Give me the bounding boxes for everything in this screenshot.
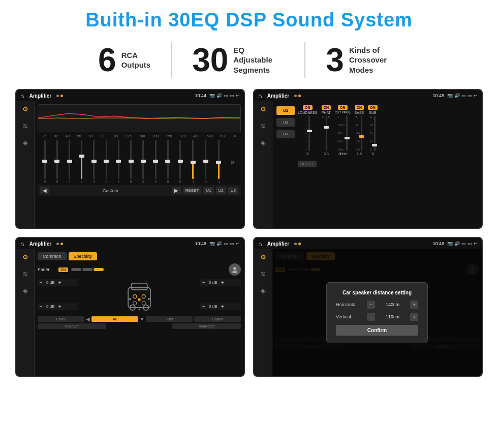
fader-slider-2[interactable] <box>82 268 92 271</box>
down-arrow: ▼ <box>140 316 145 322</box>
vertical-plus[interactable]: + <box>410 313 418 321</box>
svg-text:▲: ▲ <box>138 285 141 289</box>
slider-7: 0 <box>118 140 119 183</box>
all-btn active[interactable]: All <box>91 316 138 322</box>
horizontal-plus[interactable]: + <box>410 301 418 309</box>
slider-2: 0 <box>56 140 58 183</box>
crossover-screen-wrapper: ⌂ Amplifier 10:45 📷 🔊 ▭ ▭ ↩ <box>253 89 483 229</box>
svg-text:◀: ◀ <box>128 297 131 301</box>
fr-plus[interactable]: + <box>221 280 224 285</box>
more-sliders-arrow[interactable]: » <box>231 158 235 166</box>
eq-u2-btn[interactable]: U2 <box>216 187 226 194</box>
fa-eq-icon[interactable]: ⚙ <box>22 253 28 261</box>
phat-ticks2: F <box>328 115 330 151</box>
cutfreq-ticks: F 100Hz 90Hz 80Hz 60Hz <box>338 115 345 151</box>
da-wave-icon[interactable]: ≋ <box>260 270 266 278</box>
eq-prev-button[interactable]: ◀ <box>40 187 49 194</box>
eq-time: 10:44 <box>195 93 206 98</box>
svg-point-10 <box>133 295 137 298</box>
phat-col: ON PHAT G <box>322 105 331 156</box>
fa-speaker-icon[interactable]: ◈ <box>23 287 28 294</box>
fader-sliders <box>71 268 104 271</box>
eq-u3-btn[interactable]: U3 <box>228 187 238 194</box>
vertical-minus[interactable]: − <box>367 313 375 321</box>
freq-500: 500 <box>207 134 213 138</box>
copilot-btn[interactable]: Copilot <box>194 316 241 322</box>
fader-time: 10:46 <box>195 241 206 246</box>
svg-point-14 <box>138 298 140 301</box>
speaker-center: ▲ ▼ ◀ ▶ <box>82 279 196 314</box>
c-volume-icon: 🔊 <box>454 93 460 98</box>
c-speaker-icon[interactable]: ◈ <box>261 139 266 146</box>
slider-6: 0 <box>106 140 107 183</box>
eq-status-icons: 📷 🔊 ▭ ▭ ↩ <box>209 93 240 98</box>
fl-plus[interactable]: + <box>58 280 61 285</box>
rl-plus[interactable]: + <box>58 304 61 309</box>
fader-specialty-tab[interactable]: Specialty <box>69 252 98 260</box>
eq-sidebar-speaker-icon[interactable]: ◈ <box>23 139 28 146</box>
svg-text:▼: ▼ <box>138 308 141 311</box>
eq-sidebar-wave-icon[interactable]: ≋ <box>22 122 28 130</box>
fa-wave-icon[interactable]: ≋ <box>22 270 28 278</box>
speaker-layout: − 0 dB + − 0 dB + <box>38 279 241 314</box>
freq-250: 250 <box>166 134 172 138</box>
slider-13: -1 <box>192 140 194 183</box>
dialog-overlay: Car speaker distance setting Horizontal … <box>272 249 482 376</box>
preset-u1[interactable]: U1 <box>276 106 295 115</box>
da-speaker-icon[interactable]: ◈ <box>261 287 266 294</box>
c-camera-icon: 📷 <box>447 93 453 98</box>
f-back-icon[interactable]: ↩ <box>236 241 240 246</box>
fr-minus[interactable]: − <box>202 280 205 285</box>
d-dot-2 <box>298 243 301 245</box>
dialog-sidebar: ⚙ ≋ ◈ <box>254 249 272 376</box>
rl-minus[interactable]: − <box>40 304 43 309</box>
rl-db-value: 0 dB <box>44 304 57 309</box>
rear-left-btn[interactable]: RearLeft <box>38 323 106 329</box>
crossover-home-icon[interactable]: ⌂ <box>258 92 262 100</box>
slider-5: 0 <box>93 140 95 183</box>
phat-label: PHAT <box>322 111 331 114</box>
horizontal-minus[interactable]: − <box>367 301 375 309</box>
sub-col: ON SUB G 2015 105 <box>368 105 378 156</box>
eq-sidebar-eq-icon[interactable]: ⚙ <box>22 105 28 113</box>
preset-u2[interactable]: U2 <box>276 118 295 127</box>
cutfreq-label: CUT FREQ <box>335 111 351 114</box>
c-back-icon[interactable]: ↩ <box>474 93 478 98</box>
d-back-icon[interactable]: ↩ <box>474 241 478 246</box>
dialog-home-icon[interactable]: ⌂ <box>258 240 262 248</box>
eq-reset-btn[interactable]: RESET <box>183 187 202 194</box>
d-camera-icon: 📷 <box>447 241 453 246</box>
vertical-value: 110cm <box>377 314 408 319</box>
fl-minus[interactable]: − <box>40 280 43 285</box>
f-battery-icon: ▭ <box>230 241 234 246</box>
da-eq-icon[interactable]: ⚙ <box>260 253 266 261</box>
c-eq-icon[interactable]: ⚙ <box>260 105 266 113</box>
preset-u3[interactable]: U3 <box>276 130 295 138</box>
rr-plus[interactable]: + <box>221 304 224 309</box>
speaker-right: − 0 dB + − 0 dB + <box>200 279 241 314</box>
back-icon[interactable]: ↩ <box>236 93 240 98</box>
f-dot-2 <box>60 243 63 245</box>
fader-common-tab[interactable]: Common <box>38 252 67 260</box>
home-icon[interactable]: ⌂ <box>20 92 24 100</box>
vertical-row: Vertical − 110cm + <box>336 313 418 321</box>
fader-home-icon[interactable]: ⌂ <box>20 240 24 248</box>
fader-slider-3[interactable] <box>94 268 104 271</box>
eq-u1-btn[interactable]: U1 <box>203 187 213 194</box>
crossover-number: 3 <box>326 44 344 76</box>
c-wave-icon[interactable]: ≋ <box>260 122 266 130</box>
d-dot-1 <box>294 243 297 245</box>
rr-minus[interactable]: − <box>202 304 205 309</box>
fader-screen-content: ⚙ ≋ ◈ Common Specialty Fader ON <box>16 249 244 376</box>
d-volume-icon: 🔊 <box>454 241 460 246</box>
user-btn[interactable]: User <box>146 316 193 322</box>
page-title: Buith-in 30EQ DSP Sound System <box>15 9 483 31</box>
slider-8: 0 <box>130 140 132 183</box>
eq-play-button[interactable]: ▶ <box>172 187 181 194</box>
crossover-reset-btn[interactable]: RESET <box>298 161 317 167</box>
rear-right-btn[interactable]: RearRight <box>172 323 241 329</box>
fader-label: Fader <box>38 267 55 272</box>
confirm-button[interactable]: Confirm <box>336 325 418 336</box>
driver-btn[interactable]: Driver <box>38 316 84 322</box>
fader-slider-1[interactable] <box>71 268 81 271</box>
